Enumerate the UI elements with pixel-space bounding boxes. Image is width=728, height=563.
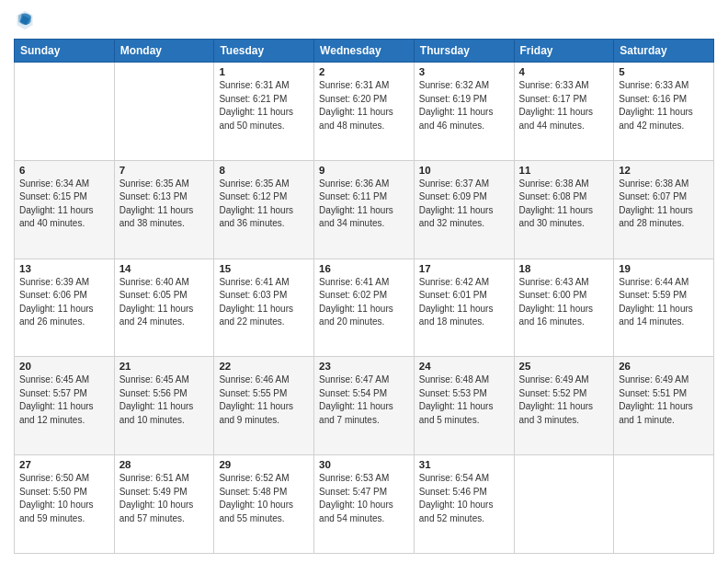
day-number: 11 — [519, 165, 609, 176]
day-number: 20 — [19, 361, 109, 372]
day-info: Sunrise: 6:47 AM Sunset: 5:54 PM Dayligh… — [319, 373, 409, 427]
calendar-cell: 31 Sunrise: 6:54 AM Sunset: 5:46 PM Dayl… — [414, 455, 514, 554]
logo — [14, 9, 40, 31]
calendar-cell: 7 Sunrise: 6:35 AM Sunset: 6:13 PM Dayli… — [114, 160, 214, 259]
day-info: Sunrise: 6:42 AM Sunset: 6:01 PM Dayligh… — [419, 276, 509, 329]
calendar-cell: 30 Sunrise: 6:53 AM Sunset: 5:47 PM Dayl… — [314, 455, 415, 554]
day-number: 13 — [19, 263, 109, 274]
day-info: Sunrise: 6:39 AM Sunset: 6:06 PM Dayligh… — [19, 276, 109, 329]
calendar-cell — [114, 63, 214, 161]
day-info: Sunrise: 6:31 AM Sunset: 6:21 PM Dayligh… — [219, 79, 309, 132]
day-info: Sunrise: 6:35 AM Sunset: 6:12 PM Dayligh… — [219, 178, 309, 231]
day-info: Sunrise: 6:44 AM Sunset: 5:59 PM Dayligh… — [619, 276, 709, 329]
day-number: 30 — [319, 459, 409, 470]
day-info: Sunrise: 6:49 AM Sunset: 5:52 PM Dayligh… — [519, 373, 609, 427]
day-number: 25 — [519, 361, 609, 372]
day-info: Sunrise: 6:41 AM Sunset: 6:02 PM Dayligh… — [319, 276, 409, 329]
day-number: 7 — [119, 165, 210, 176]
calendar-cell: 3 Sunrise: 6:32 AM Sunset: 6:19 PM Dayli… — [414, 63, 514, 161]
day-number: 3 — [419, 66, 509, 77]
day-number: 29 — [219, 459, 309, 470]
day-number: 5 — [619, 66, 709, 77]
calendar-cell: 18 Sunrise: 6:43 AM Sunset: 6:00 PM Dayl… — [514, 259, 614, 357]
day-number: 27 — [19, 459, 109, 470]
day-info: Sunrise: 6:54 AM Sunset: 5:46 PM Dayligh… — [419, 472, 509, 525]
day-number: 19 — [619, 263, 709, 274]
day-number: 4 — [519, 66, 609, 77]
day-number: 21 — [119, 361, 210, 372]
calendar-week-row: 1 Sunrise: 6:31 AM Sunset: 6:21 PM Dayli… — [15, 63, 714, 161]
calendar-cell: 28 Sunrise: 6:51 AM Sunset: 5:49 PM Dayl… — [114, 455, 214, 554]
calendar-table: SundayMondayTuesdayWednesdayThursdayFrid… — [14, 39, 714, 554]
calendar-cell: 5 Sunrise: 6:33 AM Sunset: 6:16 PM Dayli… — [614, 63, 714, 161]
day-info: Sunrise: 6:36 AM Sunset: 6:11 PM Dayligh… — [319, 178, 409, 231]
calendar-cell: 20 Sunrise: 6:45 AM Sunset: 5:57 PM Dayl… — [15, 357, 115, 455]
day-info: Sunrise: 6:52 AM Sunset: 5:48 PM Dayligh… — [219, 472, 309, 525]
day-info: Sunrise: 6:49 AM Sunset: 5:51 PM Dayligh… — [619, 373, 709, 427]
day-number: 8 — [219, 165, 309, 176]
day-number: 14 — [119, 263, 210, 274]
day-info: Sunrise: 6:33 AM Sunset: 6:16 PM Dayligh… — [619, 79, 709, 132]
weekday-header-tuesday: Tuesday — [214, 40, 314, 63]
calendar-cell: 1 Sunrise: 6:31 AM Sunset: 6:21 PM Dayli… — [214, 63, 314, 161]
page: SundayMondayTuesdayWednesdayThursdayFrid… — [0, 0, 728, 563]
calendar-cell: 22 Sunrise: 6:46 AM Sunset: 5:55 PM Dayl… — [214, 357, 314, 455]
calendar-week-row: 6 Sunrise: 6:34 AM Sunset: 6:15 PM Dayli… — [15, 160, 714, 259]
calendar-cell: 10 Sunrise: 6:37 AM Sunset: 6:09 PM Dayl… — [414, 160, 514, 259]
day-info: Sunrise: 6:45 AM Sunset: 5:57 PM Dayligh… — [19, 373, 109, 427]
day-info: Sunrise: 6:51 AM Sunset: 5:49 PM Dayligh… — [119, 472, 210, 525]
day-info: Sunrise: 6:43 AM Sunset: 6:00 PM Dayligh… — [519, 276, 609, 329]
day-number: 2 — [319, 66, 409, 77]
day-info: Sunrise: 6:34 AM Sunset: 6:15 PM Dayligh… — [19, 178, 109, 231]
weekday-header-wednesday: Wednesday — [314, 40, 415, 63]
calendar-cell: 12 Sunrise: 6:38 AM Sunset: 6:07 PM Dayl… — [614, 160, 714, 259]
day-info: Sunrise: 6:33 AM Sunset: 6:17 PM Dayligh… — [519, 79, 609, 132]
day-number: 1 — [219, 66, 309, 77]
day-info: Sunrise: 6:41 AM Sunset: 6:03 PM Dayligh… — [219, 276, 309, 329]
calendar-cell: 11 Sunrise: 6:38 AM Sunset: 6:08 PM Dayl… — [514, 160, 614, 259]
day-info: Sunrise: 6:48 AM Sunset: 5:53 PM Dayligh… — [419, 373, 509, 427]
day-number: 10 — [419, 165, 509, 176]
day-info: Sunrise: 6:46 AM Sunset: 5:55 PM Dayligh… — [219, 373, 309, 427]
day-number: 31 — [419, 459, 509, 470]
day-info: Sunrise: 6:38 AM Sunset: 6:08 PM Dayligh… — [519, 178, 609, 231]
calendar-cell — [514, 455, 614, 554]
calendar-cell: 8 Sunrise: 6:35 AM Sunset: 6:12 PM Dayli… — [214, 160, 314, 259]
calendar-cell: 29 Sunrise: 6:52 AM Sunset: 5:48 PM Dayl… — [214, 455, 314, 554]
calendar-cell: 26 Sunrise: 6:49 AM Sunset: 5:51 PM Dayl… — [614, 357, 714, 455]
day-number: 17 — [419, 263, 509, 274]
calendar-week-row: 13 Sunrise: 6:39 AM Sunset: 6:06 PM Dayl… — [15, 259, 714, 357]
day-number: 16 — [319, 263, 409, 274]
calendar-cell — [15, 63, 115, 161]
calendar-cell: 15 Sunrise: 6:41 AM Sunset: 6:03 PM Dayl… — [214, 259, 314, 357]
day-number: 23 — [319, 361, 409, 372]
day-number: 12 — [619, 165, 709, 176]
calendar-cell: 4 Sunrise: 6:33 AM Sunset: 6:17 PM Dayli… — [514, 63, 614, 161]
day-number: 26 — [619, 361, 709, 372]
day-number: 24 — [419, 361, 509, 372]
day-info: Sunrise: 6:35 AM Sunset: 6:13 PM Dayligh… — [119, 178, 210, 231]
calendar-cell: 16 Sunrise: 6:41 AM Sunset: 6:02 PM Dayl… — [314, 259, 415, 357]
calendar-cell: 23 Sunrise: 6:47 AM Sunset: 5:54 PM Dayl… — [314, 357, 415, 455]
day-info: Sunrise: 6:38 AM Sunset: 6:07 PM Dayligh… — [619, 178, 709, 231]
day-number: 15 — [219, 263, 309, 274]
calendar-cell: 25 Sunrise: 6:49 AM Sunset: 5:52 PM Dayl… — [514, 357, 614, 455]
day-info: Sunrise: 6:53 AM Sunset: 5:47 PM Dayligh… — [319, 472, 409, 525]
calendar-cell: 24 Sunrise: 6:48 AM Sunset: 5:53 PM Dayl… — [414, 357, 514, 455]
calendar-cell: 2 Sunrise: 6:31 AM Sunset: 6:20 PM Dayli… — [314, 63, 415, 161]
calendar-cell: 6 Sunrise: 6:34 AM Sunset: 6:15 PM Dayli… — [15, 160, 115, 259]
logo-icon — [14, 9, 36, 31]
day-info: Sunrise: 6:50 AM Sunset: 5:50 PM Dayligh… — [19, 472, 109, 525]
calendar-cell: 17 Sunrise: 6:42 AM Sunset: 6:01 PM Dayl… — [414, 259, 514, 357]
weekday-header-sunday: Sunday — [15, 40, 115, 63]
weekday-header-thursday: Thursday — [414, 40, 514, 63]
weekday-header-monday: Monday — [114, 40, 214, 63]
header — [14, 9, 714, 31]
day-number: 18 — [519, 263, 609, 274]
day-number: 22 — [219, 361, 309, 372]
calendar-cell: 14 Sunrise: 6:40 AM Sunset: 6:05 PM Dayl… — [114, 259, 214, 357]
day-info: Sunrise: 6:31 AM Sunset: 6:20 PM Dayligh… — [319, 79, 409, 132]
day-number: 6 — [19, 165, 109, 176]
calendar-cell: 27 Sunrise: 6:50 AM Sunset: 5:50 PM Dayl… — [15, 455, 115, 554]
weekday-header-friday: Friday — [514, 40, 614, 63]
